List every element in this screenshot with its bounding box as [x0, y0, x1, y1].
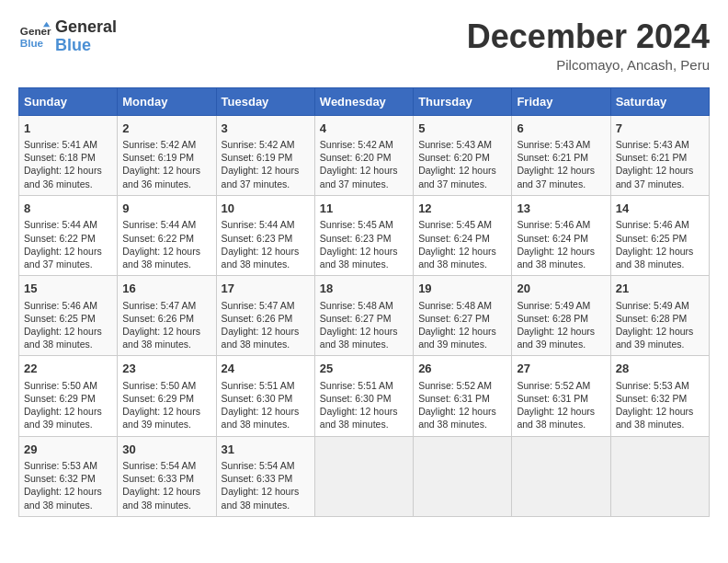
- calendar-cell: 16Sunrise: 5:47 AM Sunset: 6:26 PM Dayli…: [118, 276, 216, 356]
- calendar-cell: 31Sunrise: 5:54 AM Sunset: 6:33 PM Dayli…: [216, 436, 314, 516]
- day-number: 21: [616, 281, 704, 297]
- header-tuesday: Tuesday: [216, 87, 314, 115]
- day-number: 27: [517, 361, 605, 377]
- calendar-cell: 30Sunrise: 5:54 AM Sunset: 6:33 PM Dayli…: [118, 436, 216, 516]
- day-number: 28: [616, 361, 704, 377]
- main-title: December 2024: [467, 18, 710, 55]
- title-block: December 2024 Pilcomayo, Ancash, Peru: [467, 18, 710, 73]
- day-number: 16: [122, 281, 210, 297]
- calendar-cell: [512, 436, 610, 516]
- day-info: Sunrise: 5:43 AM Sunset: 6:20 PM Dayligh…: [418, 138, 506, 190]
- calendar-week-4: 29Sunrise: 5:53 AM Sunset: 6:32 PM Dayli…: [19, 436, 710, 516]
- header-sunday: Sunday: [19, 87, 118, 115]
- calendar-cell: 6Sunrise: 5:43 AM Sunset: 6:21 PM Daylig…: [512, 115, 610, 195]
- calendar-cell: 20Sunrise: 5:49 AM Sunset: 6:28 PM Dayli…: [512, 276, 610, 356]
- subtitle: Pilcomayo, Ancash, Peru: [467, 57, 710, 73]
- day-number: 2: [122, 121, 210, 137]
- day-info: Sunrise: 5:42 AM Sunset: 6:20 PM Dayligh…: [320, 138, 408, 190]
- day-info: Sunrise: 5:52 AM Sunset: 6:31 PM Dayligh…: [418, 379, 506, 431]
- day-info: Sunrise: 5:52 AM Sunset: 6:31 PM Dayligh…: [517, 379, 605, 431]
- day-number: 24: [222, 361, 310, 377]
- calendar-cell: 10Sunrise: 5:44 AM Sunset: 6:23 PM Dayli…: [216, 195, 314, 275]
- day-number: 18: [320, 281, 408, 297]
- day-number: 31: [222, 442, 310, 458]
- page-header: General Blue General Blue December 2024 …: [18, 18, 710, 73]
- calendar-cell: 18Sunrise: 5:48 AM Sunset: 6:27 PM Dayli…: [314, 276, 413, 356]
- day-number: 15: [24, 281, 112, 297]
- day-info: Sunrise: 5:53 AM Sunset: 6:32 PM Dayligh…: [24, 459, 112, 511]
- calendar-cell: 26Sunrise: 5:52 AM Sunset: 6:31 PM Dayli…: [414, 356, 512, 436]
- day-number: 14: [616, 201, 704, 217]
- calendar-cell: [610, 436, 709, 516]
- calendar-week-2: 15Sunrise: 5:46 AM Sunset: 6:25 PM Dayli…: [19, 276, 710, 356]
- calendar-cell: 4Sunrise: 5:42 AM Sunset: 6:20 PM Daylig…: [314, 115, 413, 195]
- calendar-cell: 14Sunrise: 5:46 AM Sunset: 6:25 PM Dayli…: [610, 195, 709, 275]
- calendar-cell: 25Sunrise: 5:51 AM Sunset: 6:30 PM Dayli…: [314, 356, 413, 436]
- calendar-cell: 12Sunrise: 5:45 AM Sunset: 6:24 PM Dayli…: [414, 195, 512, 275]
- calendar-header: SundayMondayTuesdayWednesdayThursdayFrid…: [19, 87, 710, 115]
- calendar-cell: 13Sunrise: 5:46 AM Sunset: 6:24 PM Dayli…: [512, 195, 610, 275]
- day-number: 9: [122, 201, 210, 217]
- day-info: Sunrise: 5:47 AM Sunset: 6:26 PM Dayligh…: [222, 299, 310, 351]
- day-info: Sunrise: 5:46 AM Sunset: 6:24 PM Dayligh…: [517, 218, 605, 270]
- calendar-cell: 19Sunrise: 5:48 AM Sunset: 6:27 PM Dayli…: [414, 276, 512, 356]
- calendar-week-1: 8Sunrise: 5:44 AM Sunset: 6:22 PM Daylig…: [19, 195, 710, 275]
- day-info: Sunrise: 5:44 AM Sunset: 6:23 PM Dayligh…: [222, 218, 310, 270]
- calendar-cell: 7Sunrise: 5:43 AM Sunset: 6:21 PM Daylig…: [610, 115, 709, 195]
- calendar-cell: 28Sunrise: 5:53 AM Sunset: 6:32 PM Dayli…: [610, 356, 709, 436]
- header-friday: Friday: [512, 87, 610, 115]
- calendar-cell: 17Sunrise: 5:47 AM Sunset: 6:26 PM Dayli…: [216, 276, 314, 356]
- day-info: Sunrise: 5:48 AM Sunset: 6:27 PM Dayligh…: [418, 299, 506, 351]
- header-monday: Monday: [118, 87, 216, 115]
- header-saturday: Saturday: [610, 87, 709, 115]
- day-info: Sunrise: 5:54 AM Sunset: 6:33 PM Dayligh…: [222, 459, 310, 511]
- calendar-cell: 5Sunrise: 5:43 AM Sunset: 6:20 PM Daylig…: [414, 115, 512, 195]
- calendar-cell: 8Sunrise: 5:44 AM Sunset: 6:22 PM Daylig…: [19, 195, 118, 275]
- day-info: Sunrise: 5:45 AM Sunset: 6:23 PM Dayligh…: [320, 218, 408, 270]
- day-info: Sunrise: 5:43 AM Sunset: 6:21 PM Dayligh…: [517, 138, 605, 190]
- calendar-cell: 2Sunrise: 5:42 AM Sunset: 6:19 PM Daylig…: [118, 115, 216, 195]
- day-number: 8: [24, 201, 112, 217]
- day-number: 26: [418, 361, 506, 377]
- header-thursday: Thursday: [414, 87, 512, 115]
- calendar-cell: 24Sunrise: 5:51 AM Sunset: 6:30 PM Dayli…: [216, 356, 314, 436]
- day-info: Sunrise: 5:45 AM Sunset: 6:24 PM Dayligh…: [418, 218, 506, 270]
- logo-line2: Blue: [55, 37, 117, 55]
- calendar-cell: 1Sunrise: 5:41 AM Sunset: 6:18 PM Daylig…: [19, 115, 118, 195]
- day-number: 22: [24, 361, 112, 377]
- day-info: Sunrise: 5:47 AM Sunset: 6:26 PM Dayligh…: [122, 299, 210, 351]
- logo: General Blue General Blue: [18, 18, 117, 55]
- day-info: Sunrise: 5:50 AM Sunset: 6:29 PM Dayligh…: [24, 379, 112, 431]
- day-info: Sunrise: 5:43 AM Sunset: 6:21 PM Dayligh…: [616, 138, 704, 190]
- day-number: 25: [320, 361, 408, 377]
- day-info: Sunrise: 5:51 AM Sunset: 6:30 PM Dayligh…: [320, 379, 408, 431]
- logo-icon: General Blue: [18, 20, 51, 53]
- calendar-cell: 27Sunrise: 5:52 AM Sunset: 6:31 PM Dayli…: [512, 356, 610, 436]
- calendar-cell: 29Sunrise: 5:53 AM Sunset: 6:32 PM Dayli…: [19, 436, 118, 516]
- calendar-cell: [314, 436, 413, 516]
- day-info: Sunrise: 5:51 AM Sunset: 6:30 PM Dayligh…: [222, 379, 310, 431]
- logo-line1: General: [55, 18, 117, 37]
- day-info: Sunrise: 5:46 AM Sunset: 6:25 PM Dayligh…: [616, 218, 704, 270]
- day-info: Sunrise: 5:49 AM Sunset: 6:28 PM Dayligh…: [616, 299, 704, 351]
- svg-text:Blue: Blue: [20, 37, 44, 49]
- calendar-cell: 3Sunrise: 5:42 AM Sunset: 6:19 PM Daylig…: [216, 115, 314, 195]
- day-number: 29: [24, 442, 112, 458]
- day-info: Sunrise: 5:54 AM Sunset: 6:33 PM Dayligh…: [122, 459, 210, 511]
- day-number: 13: [517, 201, 605, 217]
- logo-text: General Blue: [55, 18, 117, 55]
- day-info: Sunrise: 5:48 AM Sunset: 6:27 PM Dayligh…: [320, 299, 408, 351]
- calendar-cell: 21Sunrise: 5:49 AM Sunset: 6:28 PM Dayli…: [610, 276, 709, 356]
- day-info: Sunrise: 5:41 AM Sunset: 6:18 PM Dayligh…: [24, 138, 112, 190]
- day-number: 20: [517, 281, 605, 297]
- day-number: 11: [320, 201, 408, 217]
- day-number: 17: [222, 281, 310, 297]
- day-number: 19: [418, 281, 506, 297]
- day-info: Sunrise: 5:44 AM Sunset: 6:22 PM Dayligh…: [24, 218, 112, 270]
- day-number: 23: [122, 361, 210, 377]
- day-info: Sunrise: 5:49 AM Sunset: 6:28 PM Dayligh…: [517, 299, 605, 351]
- day-number: 3: [222, 121, 310, 137]
- calendar-cell: 9Sunrise: 5:44 AM Sunset: 6:22 PM Daylig…: [118, 195, 216, 275]
- day-info: Sunrise: 5:42 AM Sunset: 6:19 PM Dayligh…: [122, 138, 210, 190]
- calendar-cell: 22Sunrise: 5:50 AM Sunset: 6:29 PM Dayli…: [19, 356, 118, 436]
